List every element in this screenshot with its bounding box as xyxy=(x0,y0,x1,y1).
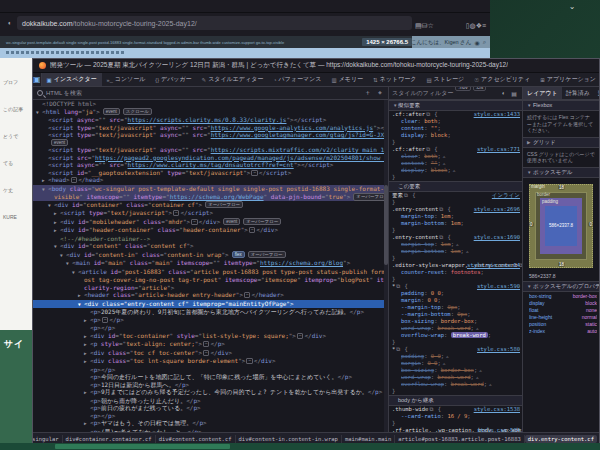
devtools-title-bar[interactable]: 開発ツール — 2025夏期 東北バイクツーリング 12日目 新潟・群馬 | ど… xyxy=(33,59,599,73)
eyedropper-icon[interactable]: ⌖ xyxy=(376,89,384,97)
flexbox-section-header[interactable]: ▼Flexbox xyxy=(523,100,599,111)
markup-line[interactable]: <p>今回の走行ルートを地図に記して、「特に印象に残った場所」を中心にまとめてい… xyxy=(33,373,388,381)
rule-selector[interactable]: .thumb-wide⧉ {style.css:1538 xyxy=(389,406,522,413)
markup-line[interactable]: visible" itemscope="" itemtype="https://… xyxy=(33,193,388,201)
print-media-icon[interactable]: ▤ xyxy=(509,90,519,97)
stylesheet-link[interactable]: style.css:771 xyxy=(477,146,520,153)
rule-property[interactable]: box-sizing: border-box;⚠ xyxy=(389,367,522,374)
rule-selector[interactable]: .entry-content⧉ {style.css:1690 xyxy=(389,234,522,241)
markup-line[interactable]: ▶<div id="toc-container" style="list-sty… xyxy=(33,332,388,341)
grid-section-header[interactable]: ▶グリッド xyxy=(523,137,599,148)
rule-property[interactable]: margin-bottom: 1em;⚠ xyxy=(389,248,522,255)
rule-property[interactable]: overflow-wrap: break-word;⚠ xyxy=(389,381,522,388)
markup-line[interactable]: <p></p> xyxy=(33,324,388,332)
box-model-content[interactable]: 586×2337.8 xyxy=(545,206,577,246)
rule-selector[interactable]: *⧉ {style.css:590 xyxy=(389,283,522,290)
expand-node-icon[interactable]: ⋯ xyxy=(173,210,179,216)
badge-スクロール[interactable]: スクロール xyxy=(123,108,152,116)
rules-section-header[interactable]: この要素 xyxy=(389,181,522,192)
tab-スタイルエディター[interactable]: ✎スタイルエディター xyxy=(197,73,269,86)
tab-インスペクター[interactable]: ▣インスペクター xyxy=(42,73,102,86)
markup-line[interactable]: ▶<header class="article-header entry-hea… xyxy=(33,291,388,300)
badge-オーバーフロー[interactable]: オーバーフロー xyxy=(205,201,243,209)
stylesheet-link[interactable]: style.css:1433 xyxy=(474,111,520,118)
side-tab-計算済み[interactable]: 計算済み xyxy=(562,87,594,99)
tab-パフォーマンス[interactable]: ◔パフォーマンス xyxy=(268,73,326,86)
tab-コンソール[interactable]: »_コンソール xyxy=(102,73,151,86)
markup-line[interactable]: ▼<main id="main" class="main" itemscope=… xyxy=(33,259,388,268)
breadcrumb-item[interactable]: div#content-in.content-in.wrap xyxy=(236,435,342,443)
markup-line[interactable]: clarity-region="article"> xyxy=(33,284,388,292)
markup-line[interactable]: <!DOCTYPE html> xyxy=(33,100,388,108)
rule-selector[interactable]: .editor-styles-wrapper, .entry-content⧉ … xyxy=(389,262,522,269)
expand-node-icon[interactable]: ⋯ xyxy=(71,177,77,183)
rule-property[interactable]: margin: 0 0; xyxy=(389,297,522,304)
markup-line[interactable]: <script async="" src="https://scripts.cl… xyxy=(33,116,388,124)
markup-line[interactable]: ▼<article id="post-16883" class="article… xyxy=(33,268,388,277)
rule-selector[interactable]: 要素⧉ {インライン xyxy=(389,192,522,199)
rule-property[interactable]: overflow-wrap: break-word; xyxy=(389,332,522,339)
stylesheet-link[interactable]: style.css:1538 xyxy=(474,406,520,413)
stylesheet-link[interactable]: style.css:1690 xyxy=(474,234,520,241)
stylesheet-link[interactable]: style.css:584 xyxy=(477,427,520,432)
rule-property[interactable]: padding: 0 0; xyxy=(389,290,522,297)
markup-line[interactable]: ▶<div id="header-container" class="heade… xyxy=(33,226,388,235)
badge-オーバーフロー[interactable]: オーバーフロー xyxy=(243,218,281,226)
breadcrumb-item[interactable]: div#container.container.cf xyxy=(63,435,156,443)
rules-button-:hov[interactable]: :hov xyxy=(455,87,470,91)
rule-selector[interactable]: *⧉ {style.css:580 xyxy=(389,346,522,353)
stylesheet-link[interactable]: style.css:590 xyxy=(477,283,520,290)
rules-section-header[interactable]: ▼擬似要素 xyxy=(389,100,522,111)
avatar-icon[interactable]: ◉ xyxy=(474,39,479,46)
tab-アプリケーション[interactable]: ⊞アプリケーション xyxy=(535,73,599,86)
expand-node-icon[interactable]: ⋯ xyxy=(251,170,257,176)
rule-property[interactable]: --margin-top: 0px; xyxy=(389,304,522,311)
breadcrumb-item[interactable]: div.entry-content.cf xyxy=(525,435,597,443)
tab-アクセシビリティ[interactable]: ☉アクセシビリティ xyxy=(469,73,535,86)
markup-line[interactable]: ▼<div id="content" class="content cf"> xyxy=(33,242,388,251)
margin-bottom-value[interactable]: 18 xyxy=(558,262,565,267)
breadcrumb-item[interactable]: div#content.content.cf xyxy=(156,435,236,443)
expand-node-icon[interactable]: ⋯ xyxy=(297,333,303,339)
markup-line[interactable]: <script type="text/javascript" async="" … xyxy=(33,124,388,132)
rule-property[interactable]: counter-reset: footnotes; xyxy=(389,269,522,276)
browser-tab-strip[interactable] xyxy=(0,0,490,13)
badge-オーバーフロー[interactable]: オーバーフロー xyxy=(248,251,286,259)
url-bar[interactable]: dokkaikube.com/tohoku-motorcycle-touring… xyxy=(17,16,412,30)
markup-line[interactable]: ▼<div class="entry-content cf" itemprop=… xyxy=(33,300,388,309)
rule-property[interactable]: clear: both;⚠ xyxy=(389,153,522,160)
rule-property[interactable]: display: block; xyxy=(389,132,522,139)
markup-line[interactable]: ▶<div id="mobileheader" class="mhdr">⋯</… xyxy=(33,218,388,227)
badge-event[interactable]: event xyxy=(223,218,240,226)
markup-line[interactable]: ▶<div class="toc cf toc-center">⋯</div> xyxy=(33,349,388,358)
rule-property[interactable]: padding: 0 0;⚠ xyxy=(389,353,522,360)
rule-property[interactable]: margin-top: 1em;⚠ xyxy=(389,241,522,248)
rule-property[interactable]: word-wrap: break-word;⚠ xyxy=(389,325,522,332)
star-icon[interactable]: ☆ xyxy=(427,22,433,29)
markup-line[interactable]: <script type="text/javascript" async="" … xyxy=(33,146,388,154)
margin-top-value[interactable]: 18 xyxy=(558,185,565,190)
bookmark-icon[interactable]: ▤ xyxy=(415,22,422,29)
badge-flex[interactable]: flex xyxy=(232,251,245,259)
margin-right-value[interactable]: 0 xyxy=(588,222,593,227)
markup-line[interactable]: <p>前日の疲れがまだ残っている。</p> xyxy=(33,404,388,412)
markup-line[interactable]: ▼<div id="content-in" class="content-in … xyxy=(33,251,388,260)
markup-line[interactable]: ▶<p>⋯</p> xyxy=(33,316,388,325)
expand-node-icon[interactable]: ⋯ xyxy=(191,219,197,225)
markup-line[interactable]: <!--/#header-container--> xyxy=(33,235,388,243)
markup-line[interactable]: <p>12日目は新潟から群馬へ。</p> xyxy=(33,381,388,389)
side-tab-変更点[interactable]: 変更点 xyxy=(594,87,599,99)
expand-node-icon[interactable]: ⋯ xyxy=(249,227,255,233)
margin-left-value[interactable]: 0 xyxy=(529,222,534,227)
tab-デバッガー[interactable]: {}デバッガー xyxy=(150,73,196,86)
menu-icon[interactable]: ≡ xyxy=(482,22,486,29)
expand-node-icon[interactable]: ⋯ xyxy=(102,317,108,323)
rule-property[interactable]: display: block;⚠ xyxy=(389,167,522,174)
breadcrumb-item[interactable]: article#post-16883.article.post-16883 xyxy=(395,435,525,443)
stylesheet-link[interactable]: style.min.css:14 xyxy=(467,262,520,269)
stylesheet-link[interactable]: style.css:580 xyxy=(477,346,520,353)
rule-property[interactable]: content: ""; xyxy=(389,125,522,132)
markup-line[interactable]: ▶<div class="toc lnt-square border-eleme… xyxy=(33,357,388,366)
markup-line[interactable]: ost tag-cover-img-no-post tag-tr-post" i… xyxy=(33,276,388,284)
breadcrumb-item[interactable]: body.wc-singular xyxy=(33,435,63,443)
